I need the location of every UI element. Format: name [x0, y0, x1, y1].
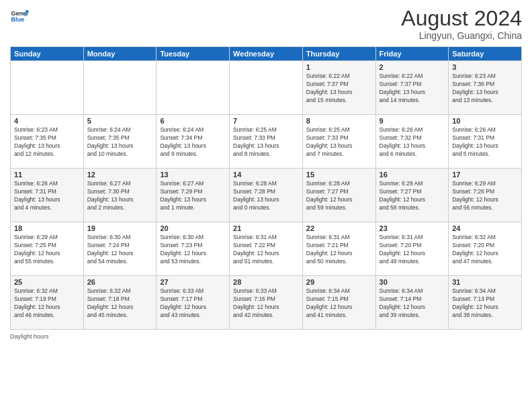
day-info: Sunrise: 6:25 AM Sunset: 7:33 PM Dayligh… — [233, 126, 299, 158]
day-info: Sunrise: 6:34 AM Sunset: 7:13 PM Dayligh… — [452, 287, 518, 320]
calendar-cell: 10Sunrise: 6:26 AM Sunset: 7:31 PM Dayli… — [449, 115, 522, 169]
day-number: 24 — [452, 224, 518, 232]
logo-icon: General Blue — [10, 7, 29, 26]
day-number: 13 — [160, 171, 226, 179]
calendar-cell: 27Sunrise: 6:33 AM Sunset: 7:17 PM Dayli… — [157, 276, 230, 330]
calendar-cell: 3Sunrise: 6:23 AM Sunset: 7:36 PM Daylig… — [449, 61, 522, 115]
day-info: Sunrise: 6:29 AM Sunset: 7:26 PM Dayligh… — [452, 180, 518, 212]
calendar-cell: 31Sunrise: 6:34 AM Sunset: 7:13 PM Dayli… — [449, 276, 522, 330]
day-info: Sunrise: 6:23 AM Sunset: 7:36 PM Dayligh… — [452, 73, 518, 105]
day-info: Sunrise: 6:32 AM Sunset: 7:19 PM Dayligh… — [14, 287, 80, 320]
day-info: Sunrise: 6:29 AM Sunset: 7:25 PM Dayligh… — [14, 234, 80, 266]
calendar-week-1: 4Sunrise: 6:23 AM Sunset: 7:35 PM Daylig… — [11, 115, 522, 169]
day-number: 3 — [452, 63, 518, 71]
day-number: 21 — [233, 224, 299, 232]
day-number: 14 — [233, 171, 299, 179]
calendar-cell: 13Sunrise: 6:27 AM Sunset: 7:29 PM Dayli… — [157, 169, 230, 222]
page-header: General Blue August 2024 Lingyun, Guangx… — [10, 7, 522, 41]
header-cell-sunday: Sunday — [11, 47, 84, 61]
day-info: Sunrise: 6:26 AM Sunset: 7:31 PM Dayligh… — [452, 126, 518, 158]
day-number: 25 — [14, 278, 80, 286]
calendar-cell: 16Sunrise: 6:29 AM Sunset: 7:27 PM Dayli… — [375, 169, 449, 222]
day-number: 10 — [452, 117, 518, 125]
calendar-cell — [157, 61, 230, 115]
day-info: Sunrise: 6:32 AM Sunset: 7:20 PM Dayligh… — [452, 234, 518, 266]
day-number: 9 — [380, 117, 445, 125]
day-info: Sunrise: 6:26 AM Sunset: 7:32 PM Dayligh… — [380, 126, 445, 158]
day-info: Sunrise: 6:24 AM Sunset: 7:34 PM Dayligh… — [160, 126, 226, 158]
calendar-cell: 19Sunrise: 6:30 AM Sunset: 7:24 PM Dayli… — [83, 222, 157, 276]
calendar-cell: 1Sunrise: 6:22 AM Sunset: 7:37 PM Daylig… — [302, 61, 375, 115]
day-number: 19 — [87, 224, 153, 232]
calendar-week-0: 1Sunrise: 6:22 AM Sunset: 7:37 PM Daylig… — [11, 61, 522, 115]
subtitle: Lingyun, Guangxi, China — [401, 30, 522, 41]
day-number: 16 — [380, 171, 445, 179]
day-info: Sunrise: 6:28 AM Sunset: 7:27 PM Dayligh… — [306, 180, 372, 212]
calendar-cell — [11, 61, 84, 115]
day-info: Sunrise: 6:28 AM Sunset: 7:28 PM Dayligh… — [233, 180, 299, 212]
calendar-cell: 11Sunrise: 6:26 AM Sunset: 7:31 PM Dayli… — [11, 169, 84, 222]
calendar-header: SundayMondayTuesdayWednesdayThursdayFrid… — [11, 47, 522, 61]
day-info: Sunrise: 6:22 AM Sunset: 7:37 PM Dayligh… — [380, 73, 445, 105]
calendar-week-2: 11Sunrise: 6:26 AM Sunset: 7:31 PM Dayli… — [11, 169, 522, 222]
day-info: Sunrise: 6:30 AM Sunset: 7:23 PM Dayligh… — [160, 234, 226, 266]
day-number: 7 — [233, 117, 299, 125]
calendar-cell: 2Sunrise: 6:22 AM Sunset: 7:37 PM Daylig… — [375, 61, 449, 115]
day-number: 29 — [306, 278, 372, 286]
calendar-cell: 14Sunrise: 6:28 AM Sunset: 7:28 PM Dayli… — [230, 169, 303, 222]
footer-note: Daylight hours — [10, 333, 522, 340]
header-cell-wednesday: Wednesday — [230, 47, 303, 61]
day-info: Sunrise: 6:33 AM Sunset: 7:17 PM Dayligh… — [160, 287, 226, 320]
header-cell-thursday: Thursday — [302, 47, 375, 61]
svg-text:Blue: Blue — [11, 16, 24, 23]
calendar-cell: 20Sunrise: 6:30 AM Sunset: 7:23 PM Dayli… — [157, 222, 230, 276]
calendar-cell: 24Sunrise: 6:32 AM Sunset: 7:20 PM Dayli… — [449, 222, 522, 276]
day-number: 1 — [306, 63, 372, 71]
day-info: Sunrise: 6:22 AM Sunset: 7:37 PM Dayligh… — [306, 73, 372, 105]
day-number: 26 — [87, 278, 153, 286]
calendar-cell: 9Sunrise: 6:26 AM Sunset: 7:32 PM Daylig… — [375, 115, 449, 169]
day-info: Sunrise: 6:26 AM Sunset: 7:31 PM Dayligh… — [14, 180, 80, 212]
day-info: Sunrise: 6:24 AM Sunset: 7:35 PM Dayligh… — [87, 126, 153, 158]
day-info: Sunrise: 6:31 AM Sunset: 7:21 PM Dayligh… — [306, 234, 372, 266]
calendar-cell: 17Sunrise: 6:29 AM Sunset: 7:26 PM Dayli… — [449, 169, 522, 222]
calendar-cell: 25Sunrise: 6:32 AM Sunset: 7:19 PM Dayli… — [11, 276, 84, 330]
day-number: 28 — [233, 278, 299, 286]
day-info: Sunrise: 6:23 AM Sunset: 7:35 PM Dayligh… — [14, 126, 80, 158]
day-info: Sunrise: 6:33 AM Sunset: 7:16 PM Dayligh… — [233, 287, 299, 320]
day-number: 20 — [160, 224, 226, 232]
calendar-cell: 23Sunrise: 6:31 AM Sunset: 7:20 PM Dayli… — [375, 222, 449, 276]
day-info: Sunrise: 6:32 AM Sunset: 7:18 PM Dayligh… — [87, 287, 153, 320]
day-info: Sunrise: 6:31 AM Sunset: 7:20 PM Dayligh… — [380, 234, 445, 266]
day-number: 15 — [306, 171, 372, 179]
calendar-table: SundayMondayTuesdayWednesdayThursdayFrid… — [10, 46, 522, 330]
calendar-cell: 30Sunrise: 6:34 AM Sunset: 7:14 PM Dayli… — [375, 276, 449, 330]
calendar-cell — [83, 61, 157, 115]
day-number: 23 — [380, 224, 445, 232]
calendar-cell — [230, 61, 303, 115]
calendar-cell: 18Sunrise: 6:29 AM Sunset: 7:25 PM Dayli… — [11, 222, 84, 276]
title-block: August 2024 Lingyun, Guangxi, China — [401, 7, 522, 41]
calendar-cell: 12Sunrise: 6:27 AM Sunset: 7:30 PM Dayli… — [83, 169, 157, 222]
calendar-cell: 4Sunrise: 6:23 AM Sunset: 7:35 PM Daylig… — [11, 115, 84, 169]
day-number: 22 — [306, 224, 372, 232]
day-info: Sunrise: 6:27 AM Sunset: 7:30 PM Dayligh… — [87, 180, 153, 212]
logo: General Blue — [10, 7, 29, 26]
calendar-cell: 5Sunrise: 6:24 AM Sunset: 7:35 PM Daylig… — [83, 115, 157, 169]
calendar-cell: 29Sunrise: 6:34 AM Sunset: 7:15 PM Dayli… — [302, 276, 375, 330]
calendar-cell: 8Sunrise: 6:25 AM Sunset: 7:33 PM Daylig… — [302, 115, 375, 169]
day-number: 6 — [160, 117, 226, 125]
header-row: SundayMondayTuesdayWednesdayThursdayFrid… — [11, 47, 522, 61]
header-cell-saturday: Saturday — [449, 47, 522, 61]
day-info: Sunrise: 6:31 AM Sunset: 7:22 PM Dayligh… — [233, 234, 299, 266]
calendar-cell: 15Sunrise: 6:28 AM Sunset: 7:27 PM Dayli… — [302, 169, 375, 222]
day-info: Sunrise: 6:27 AM Sunset: 7:29 PM Dayligh… — [160, 180, 226, 212]
day-number: 17 — [452, 171, 518, 179]
day-number: 30 — [380, 278, 445, 286]
calendar-cell: 21Sunrise: 6:31 AM Sunset: 7:22 PM Dayli… — [230, 222, 303, 276]
calendar-week-4: 25Sunrise: 6:32 AM Sunset: 7:19 PM Dayli… — [11, 276, 522, 330]
day-number: 31 — [452, 278, 518, 286]
day-number: 27 — [160, 278, 226, 286]
main-title: August 2024 — [401, 7, 522, 30]
calendar-cell: 28Sunrise: 6:33 AM Sunset: 7:16 PM Dayli… — [230, 276, 303, 330]
